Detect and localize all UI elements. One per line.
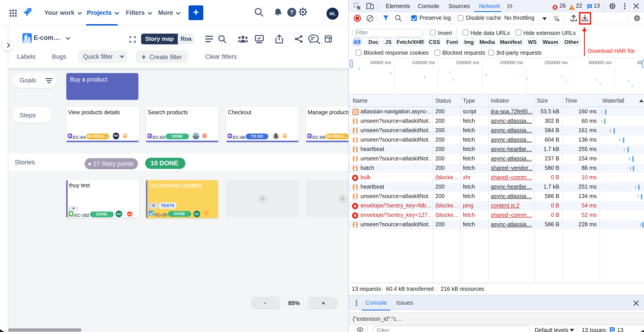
- svg-text:?: ?: [290, 9, 294, 16]
